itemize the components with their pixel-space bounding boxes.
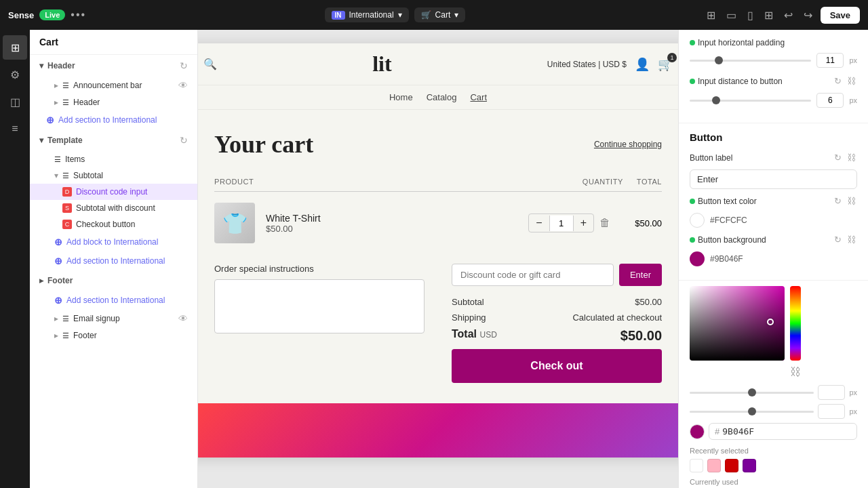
sidebar-item-items[interactable]: ☰ Items [30,151,197,167]
account-icon[interactable]: 👤 [635,57,650,72]
add-block-to-international[interactable]: ⊕ Add block to International [30,232,197,251]
cart-item-info: White T-Shirt $50.00 [266,213,517,234]
sidebar-item-checkout-button[interactable]: C Checkout button [30,216,197,232]
nav-right: United States | USD $ 👤 🛒1 [547,57,673,72]
hex-hash: # [715,426,719,436]
button-bg-link-button[interactable]: ⛓ [846,233,857,246]
color-gradient-canvas[interactable] [690,286,785,361]
currently-used-section: Currently used [690,478,857,488]
button-text-color-preview: #FCFCFC [690,213,747,228]
email-signup-eye-button[interactable]: 👁 [178,313,188,324]
continue-shopping-link[interactable]: Continue shopping [594,140,662,149]
header-section-toggle[interactable]: ▾ Header ↻ [30,55,197,77]
plus-icon-footer: ⊕ [54,295,62,306]
device-mobile-icon[interactable]: ▯ [745,6,756,24]
button-text-color-link-button[interactable]: ⛓ [846,195,857,207]
hex-color-swatch[interactable] [690,424,705,439]
hue-bar[interactable] [790,286,801,361]
chevron-right-icon-footer2: ▸ [54,331,58,340]
enter-discount-button[interactable]: Enter [619,264,662,286]
more-button[interactable]: ••• [71,9,86,21]
header-label: Header [47,61,75,70]
nav-link-catalog[interactable]: Catalog [427,92,457,102]
recent-swatch-red[interactable] [725,459,738,472]
nav-link-home[interactable]: Home [389,92,413,102]
sidebar-icon-layout[interactable]: ◫ [3,89,27,114]
add-section-to-international-header[interactable]: ⊕ Add section to International [30,110,197,129]
button-bg-reset-button[interactable]: ↻ [833,233,843,246]
template-refresh-button[interactable]: ↻ [180,135,188,146]
topbar-left: Sense Live ••• [8,9,86,21]
input-distance-reset-button[interactable]: ↻ [833,75,843,87]
device-tablet-icon[interactable]: ▭ [724,6,739,24]
currency-selector[interactable]: United States | USD $ [547,60,627,69]
undo-button[interactable]: ↩ [781,6,795,24]
checkout-button[interactable]: Check out [452,349,662,383]
grid-icon[interactable]: ⊞ [762,6,776,24]
save-button[interactable]: Save [821,7,860,24]
redo-button[interactable]: ↪ [801,6,815,24]
quantity-control[interactable]: − + [528,214,594,232]
input-distance-link-button[interactable]: ⛓ [846,75,857,87]
input-distance-slider[interactable] [690,100,811,102]
extra-slider-2[interactable] [690,411,814,413]
button-label-link-button[interactable]: ⛓ [846,151,857,164]
sidebar-item-subtotal[interactable]: ▾ ☰ Subtotal [30,167,197,184]
button-bg-row: Button background ↻ ⛓ [690,233,857,246]
sidebar-item-email-signup[interactable]: ▸ ☰ Email signup 👁 [30,310,197,327]
add-section-to-international-footer[interactable]: ⊕ Add section to International [30,291,197,310]
add-section-to-international-template[interactable]: ⊕ Add section to International [30,251,197,270]
sidebar-icon-menu[interactable]: ≡ [3,117,27,141]
sidebar-item-footer[interactable]: ▸ ☰ Footer [30,327,197,344]
extra-slider-1[interactable] [690,392,814,394]
item-total: $50.00 [621,218,662,228]
recent-swatch-purple[interactable] [743,459,756,472]
button-label-input[interactable] [690,169,857,189]
qty-input[interactable] [549,216,574,231]
add-section-template-label: Add section to International [66,256,165,266]
sidebar-item-discount-code-input[interactable]: D Discount code input [30,184,197,200]
recent-swatch-white[interactable] [690,459,703,472]
extra-slider-2-row: px [690,404,857,419]
search-icon[interactable]: 🔍 [203,58,217,70]
sidebar-item-announcement-bar[interactable]: ▸ ☰ Announcement bar 👁 [30,77,197,94]
device-desktop-icon[interactable]: ⊞ [704,6,718,24]
announcement-bar-eye-button[interactable]: 👁 [178,80,188,91]
qty-minus-button[interactable]: − [529,214,549,232]
color-picker-link-button[interactable]: ⛓ [789,365,802,380]
hex-value-input[interactable] [722,426,776,436]
button-text-color-reset-button[interactable]: ↻ [833,195,843,207]
button-bg-value: #9B046F [710,254,743,264]
delete-item-button[interactable]: 🗑 [599,217,610,229]
button-text-color-dot[interactable] [690,213,705,228]
special-instructions-input[interactable] [214,279,425,333]
button-text-color-value: #FCFCFC [710,216,747,225]
button-label-reset-button[interactable]: ↻ [833,151,843,164]
page-selector[interactable]: 🛒 Cart ▾ [414,7,466,22]
extra-slider-2-value[interactable] [818,404,845,419]
recent-swatch-pink[interactable] [707,459,721,472]
total-col-header: TOTAL [637,178,662,186]
page-chevron: ▾ [454,10,458,20]
template-section-toggle[interactable]: ▾ Template ↻ [30,129,197,151]
header-refresh-button[interactable]: ↻ [180,60,188,71]
sidebar-item-header[interactable]: ▸ ☰ Header [30,94,197,110]
button-bg-color-dot[interactable] [690,251,705,266]
sidebar-icon-layers[interactable]: ⊞ [3,35,27,60]
input-distance-value[interactable] [816,93,844,108]
input-horizontal-padding-slider[interactable] [690,60,811,62]
env-selector[interactable]: IN International ▾ [325,7,409,22]
footer-label: Footer [47,276,73,285]
discount-code-input[interactable] [452,264,614,286]
cart-icon[interactable]: 🛒1 [658,57,673,72]
sidebar-icon-settings[interactable]: ⚙ [3,62,27,87]
input-horizontal-padding-value[interactable] [816,53,844,68]
qty-plus-button[interactable]: + [574,214,593,232]
sidebar-item-subtotal-with-discount[interactable]: S Subtotal with discount [30,200,197,216]
subtotal-discount-icon: S [62,203,72,213]
header-section-actions: ↻ [180,60,188,71]
color-picker-section: ⛓ px px # [679,281,868,488]
extra-slider-1-value[interactable] [818,385,845,400]
footer-section-toggle[interactable]: ▸ Footer [30,270,197,291]
nav-link-cart[interactable]: Cart [470,92,487,102]
